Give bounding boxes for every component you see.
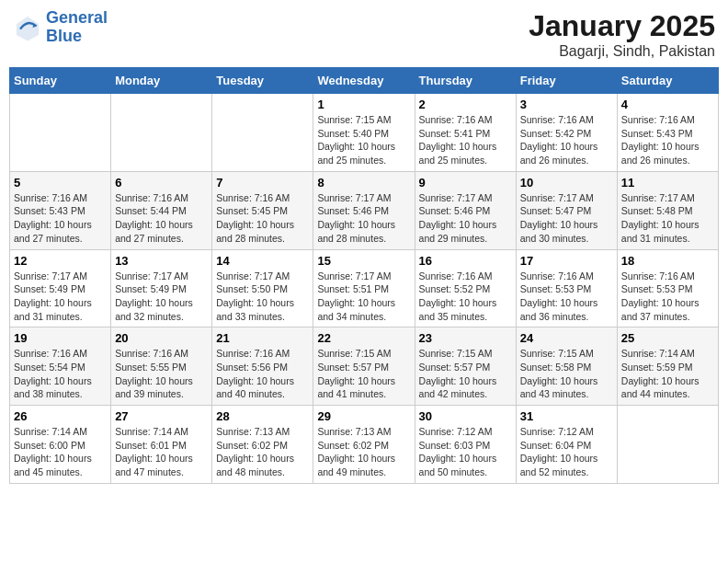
sunset-text: Sunset: 6:04 PM: [520, 439, 613, 453]
sunrise-text: Sunrise: 7:17 AM: [216, 270, 309, 283]
day-number: 24: [520, 331, 613, 345]
sunset-text: Sunset: 5:59 PM: [621, 361, 714, 374]
sunrise-text: Sunrise: 7:17 AM: [14, 270, 107, 283]
sunset-text: Sunset: 5:55 PM: [115, 361, 208, 374]
sunset-text: Sunset: 5:52 PM: [419, 282, 512, 296]
weekday-header-tuesday: Tuesday: [212, 68, 313, 94]
daylight-text: Daylight: 10 hours and 34 minutes.: [317, 296, 410, 323]
sunset-text: Sunset: 5:51 PM: [317, 282, 410, 296]
daylight-text: Daylight: 10 hours and 47 minutes.: [115, 452, 208, 478]
logo-text: General Blue: [46, 9, 108, 46]
day-info: Sunrise: 7:16 AMSunset: 5:53 PMDaylight:…: [621, 270, 714, 324]
day-number: 3: [520, 98, 613, 111]
day-info: Sunrise: 7:16 AMSunset: 5:52 PMDaylight:…: [419, 270, 512, 324]
day-info: Sunrise: 7:15 AMSunset: 5:58 PMDaylight:…: [520, 347, 613, 401]
sunrise-text: Sunrise: 7:16 AM: [216, 347, 309, 361]
day-info: Sunrise: 7:16 AMSunset: 5:56 PMDaylight:…: [216, 347, 309, 401]
daylight-text: Daylight: 10 hours and 37 minutes.: [621, 296, 714, 323]
day-number: 20: [115, 331, 208, 345]
day-info: Sunrise: 7:17 AMSunset: 5:50 PMDaylight:…: [216, 270, 309, 324]
weekday-header-thursday: Thursday: [415, 68, 516, 94]
day-info: Sunrise: 7:17 AMSunset: 5:48 PMDaylight:…: [621, 191, 714, 246]
daylight-text: Daylight: 10 hours and 49 minutes.: [317, 452, 410, 478]
daylight-text: Daylight: 10 hours and 26 minutes.: [520, 140, 613, 167]
day-info: Sunrise: 7:16 AMSunset: 5:43 PMDaylight:…: [14, 191, 107, 246]
sunset-text: Sunset: 6:03 PM: [419, 439, 512, 453]
calendar-cell: 11Sunrise: 7:17 AMSunset: 5:48 PMDayligh…: [617, 171, 718, 249]
day-info: Sunrise: 7:15 AMSunset: 5:57 PMDaylight:…: [419, 347, 512, 401]
day-info: Sunrise: 7:16 AMSunset: 5:54 PMDaylight:…: [14, 347, 107, 401]
day-info: Sunrise: 7:17 AMSunset: 5:51 PMDaylight:…: [317, 270, 410, 324]
sunrise-text: Sunrise: 7:14 AM: [621, 347, 714, 361]
sunrise-text: Sunrise: 7:16 AM: [621, 113, 714, 127]
day-number: 1: [317, 98, 410, 111]
sunset-text: Sunset: 5:48 PM: [621, 204, 714, 218]
calendar-cell: 13Sunrise: 7:17 AMSunset: 5:49 PMDayligh…: [111, 249, 212, 327]
day-info: Sunrise: 7:13 AMSunset: 6:02 PMDaylight:…: [216, 425, 309, 479]
sunrise-text: Sunrise: 7:14 AM: [115, 425, 208, 439]
calendar-cell: [212, 94, 313, 172]
sunrise-text: Sunrise: 7:17 AM: [520, 191, 613, 205]
day-info: Sunrise: 7:14 AMSunset: 5:59 PMDaylight:…: [621, 347, 714, 401]
sunset-text: Sunset: 5:57 PM: [317, 361, 410, 374]
day-info: Sunrise: 7:14 AMSunset: 6:01 PMDaylight:…: [115, 425, 208, 479]
sunset-text: Sunset: 5:42 PM: [520, 127, 613, 141]
sunrise-text: Sunrise: 7:17 AM: [621, 191, 714, 205]
sunrise-text: Sunrise: 7:16 AM: [14, 347, 107, 361]
calendar-week-3: 12Sunrise: 7:17 AMSunset: 5:49 PMDayligh…: [10, 249, 719, 327]
daylight-text: Daylight: 10 hours and 52 minutes.: [520, 452, 613, 478]
calendar-cell: 28Sunrise: 7:13 AMSunset: 6:02 PMDayligh…: [212, 406, 313, 484]
day-number: 25: [621, 331, 714, 345]
weekday-header-wednesday: Wednesday: [313, 68, 415, 94]
calendar-week-1: 1Sunrise: 7:15 AMSunset: 5:40 PMDaylight…: [10, 94, 719, 172]
calendar-cell: 27Sunrise: 7:14 AMSunset: 6:01 PMDayligh…: [111, 406, 212, 484]
day-number: 26: [14, 409, 107, 423]
calendar-week-4: 19Sunrise: 7:16 AMSunset: 5:54 PMDayligh…: [10, 327, 719, 406]
sunrise-text: Sunrise: 7:17 AM: [317, 270, 410, 283]
weekday-header-friday: Friday: [516, 68, 617, 94]
day-info: Sunrise: 7:17 AMSunset: 5:49 PMDaylight:…: [115, 270, 208, 324]
day-number: 28: [216, 409, 309, 423]
calendar-cell: 30Sunrise: 7:12 AMSunset: 6:03 PMDayligh…: [415, 406, 516, 484]
day-info: Sunrise: 7:17 AMSunset: 5:49 PMDaylight:…: [14, 270, 107, 324]
daylight-text: Daylight: 10 hours and 45 minutes.: [14, 452, 107, 478]
day-number: 8: [317, 176, 410, 190]
day-info: Sunrise: 7:15 AMSunset: 5:57 PMDaylight:…: [317, 347, 410, 401]
calendar-cell: 26Sunrise: 7:14 AMSunset: 6:00 PMDayligh…: [10, 406, 111, 484]
day-info: Sunrise: 7:16 AMSunset: 5:55 PMDaylight:…: [115, 347, 208, 401]
day-number: 16: [419, 254, 512, 268]
sunrise-text: Sunrise: 7:16 AM: [419, 270, 512, 283]
sunrise-text: Sunrise: 7:16 AM: [621, 270, 714, 283]
day-info: Sunrise: 7:15 AMSunset: 5:40 PMDaylight:…: [317, 113, 410, 167]
daylight-text: Daylight: 10 hours and 50 minutes.: [419, 452, 512, 478]
calendar-week-2: 5Sunrise: 7:16 AMSunset: 5:43 PMDaylight…: [10, 171, 719, 249]
day-number: 27: [115, 409, 208, 423]
calendar-cell: 5Sunrise: 7:16 AMSunset: 5:43 PMDaylight…: [10, 171, 111, 249]
sunrise-text: Sunrise: 7:13 AM: [317, 425, 410, 439]
day-number: 12: [14, 254, 107, 268]
calendar-cell: 25Sunrise: 7:14 AMSunset: 5:59 PMDayligh…: [617, 327, 718, 406]
day-number: 23: [419, 331, 512, 345]
calendar-cell: 14Sunrise: 7:17 AMSunset: 5:50 PMDayligh…: [212, 249, 313, 327]
day-number: 7: [216, 176, 309, 190]
sunrise-text: Sunrise: 7:13 AM: [216, 425, 309, 439]
sunrise-text: Sunrise: 7:17 AM: [317, 191, 410, 205]
sunset-text: Sunset: 6:02 PM: [317, 439, 410, 453]
sunrise-text: Sunrise: 7:15 AM: [419, 347, 512, 361]
day-number: 21: [216, 331, 309, 345]
day-number: 13: [115, 254, 208, 268]
sunset-text: Sunset: 5:46 PM: [317, 204, 410, 218]
calendar-cell: 29Sunrise: 7:13 AMSunset: 6:02 PMDayligh…: [313, 406, 415, 484]
daylight-text: Daylight: 10 hours and 29 minutes.: [419, 218, 512, 245]
calendar-cell: 17Sunrise: 7:16 AMSunset: 5:53 PMDayligh…: [516, 249, 617, 327]
day-number: 29: [317, 409, 410, 423]
calendar-cell: 8Sunrise: 7:17 AMSunset: 5:46 PMDaylight…: [313, 171, 415, 249]
month-title: January 2025: [529, 9, 715, 43]
day-number: 14: [216, 254, 309, 268]
daylight-text: Daylight: 10 hours and 25 minutes.: [419, 140, 512, 167]
daylight-text: Daylight: 10 hours and 48 minutes.: [216, 452, 309, 478]
calendar-cell: 6Sunrise: 7:16 AMSunset: 5:44 PMDaylight…: [111, 171, 212, 249]
day-number: 10: [520, 176, 613, 190]
day-number: 19: [14, 331, 107, 345]
calendar-cell: [111, 94, 212, 172]
